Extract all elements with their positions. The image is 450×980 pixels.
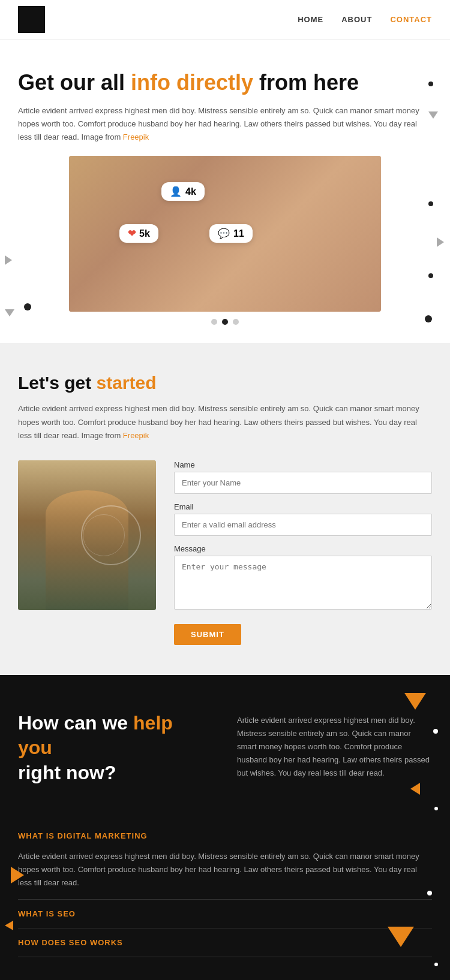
accordion-body-1: Article evident arrived express highest … bbox=[18, 850, 432, 899]
nav-contact[interactable]: CONTACT bbox=[390, 15, 432, 24]
dark-title-text1: How can we bbox=[18, 712, 133, 734]
deco-dot-left-1 bbox=[24, 303, 31, 310]
person-icon: 👤 bbox=[170, 186, 182, 197]
dark-description: Article evident arrived express highest … bbox=[237, 711, 432, 798]
bubble2-count: 5k bbox=[139, 228, 150, 239]
name-group: Name bbox=[174, 460, 432, 494]
bubble-likes: ❤ 5k bbox=[117, 222, 161, 245]
deco-orange-1 bbox=[404, 693, 426, 710]
accordion: WHAT IS DIGITAL MARKETING Article eviden… bbox=[18, 822, 432, 957]
accordion-item-1: WHAT IS DIGITAL MARKETING Article eviden… bbox=[18, 822, 432, 900]
dark-title: How can we help you right now? bbox=[18, 711, 198, 786]
hero-section: Get our all info directly from here Arti… bbox=[0, 40, 450, 343]
email-label: Email bbox=[174, 502, 432, 511]
submit-button[interactable]: SUBMIT bbox=[174, 624, 241, 645]
hero-title-highlight: info directly bbox=[131, 70, 253, 95]
chat-icon: 💬 bbox=[218, 228, 230, 239]
form-image bbox=[18, 460, 156, 610]
dark-content: How can we help you right now? Article e… bbox=[18, 711, 432, 798]
nav: HOME ABOUT CONTACT bbox=[298, 15, 432, 24]
deco-white-dot-1 bbox=[433, 729, 438, 734]
freepik-link[interactable]: Freepik bbox=[123, 132, 149, 141]
carousel-dots bbox=[18, 319, 432, 325]
accordion-item-2: WHAT IS SEO bbox=[18, 900, 432, 928]
deco-triangle-2 bbox=[437, 237, 444, 247]
accordion-title-2[interactable]: WHAT IS SEO bbox=[18, 900, 432, 928]
form-section: Name Email Message SUBMIT bbox=[18, 460, 432, 645]
accordion-item-3: HOW DOES SEO WORKS bbox=[18, 928, 432, 957]
deco-white-dot-2 bbox=[434, 807, 438, 810]
deco-dot-2 bbox=[428, 201, 433, 206]
get-started-highlight: started bbox=[97, 373, 157, 393]
message-group: Message bbox=[174, 544, 432, 612]
heart-icon: ❤ bbox=[128, 228, 136, 239]
message-input[interactable] bbox=[174, 556, 432, 610]
carousel-dot-1[interactable] bbox=[211, 319, 217, 325]
hero-title-text2: from here bbox=[253, 70, 359, 95]
name-label: Name bbox=[174, 460, 432, 469]
bubble1-count: 4k bbox=[185, 186, 196, 197]
deco-triangle-left bbox=[5, 255, 12, 265]
carousel-dot-3[interactable] bbox=[233, 319, 239, 325]
bubble3-count: 11 bbox=[233, 228, 244, 239]
get-started-title-text: Let's get bbox=[18, 373, 97, 393]
email-group: Email bbox=[174, 502, 432, 536]
deco-dot-3 bbox=[428, 273, 433, 278]
hero-title-text1: Get our all bbox=[18, 70, 131, 95]
logo[interactable] bbox=[18, 6, 45, 33]
deco-triangle-left2 bbox=[5, 309, 14, 316]
nav-home[interactable]: HOME bbox=[298, 15, 323, 24]
dark-title-text2: right now? bbox=[18, 762, 116, 783]
carousel-dot-2[interactable] bbox=[222, 319, 228, 325]
hero-image: 👤 4k ❤ 5k 💬 11 bbox=[69, 156, 381, 312]
accordion-title-3[interactable]: HOW DOES SEO WORKS bbox=[18, 928, 432, 957]
hero-description: Article evident arrived express highest … bbox=[18, 104, 426, 144]
header: HOME ABOUT CONTACT bbox=[0, 0, 450, 40]
nav-about[interactable]: ABOUT bbox=[341, 15, 372, 24]
deco-orange-2 bbox=[410, 783, 420, 795]
dark-section: How can we help you right now? Article e… bbox=[0, 675, 450, 980]
get-started-description: Article evident arrived express highest … bbox=[18, 402, 426, 442]
dark-left: How can we help you right now? bbox=[18, 711, 213, 798]
deco-orange-tri-left2 bbox=[5, 921, 13, 930]
bubble-comments: 💬 11 bbox=[207, 222, 255, 245]
bubble-followers: 👤 4k bbox=[159, 180, 207, 203]
deco-orange-left bbox=[11, 867, 24, 883]
deco-white-dot-3 bbox=[427, 891, 432, 895]
get-started-section: Let's get started Article evident arrive… bbox=[0, 343, 450, 674]
get-started-freepik[interactable]: Freepik bbox=[123, 431, 149, 440]
get-started-title: Let's get started bbox=[18, 373, 432, 393]
name-input[interactable] bbox=[174, 472, 432, 494]
accordion-title-1[interactable]: WHAT IS DIGITAL MARKETING bbox=[18, 822, 432, 850]
deco-orange-large bbox=[388, 927, 414, 947]
deco-white-dot-4 bbox=[434, 963, 438, 966]
message-label: Message bbox=[174, 544, 432, 553]
email-input[interactable] bbox=[174, 514, 432, 536]
deco-triangle-1 bbox=[428, 111, 438, 119]
contact-form: Name Email Message SUBMIT bbox=[174, 460, 432, 645]
hero-title: Get our all info directly from here bbox=[18, 70, 432, 95]
